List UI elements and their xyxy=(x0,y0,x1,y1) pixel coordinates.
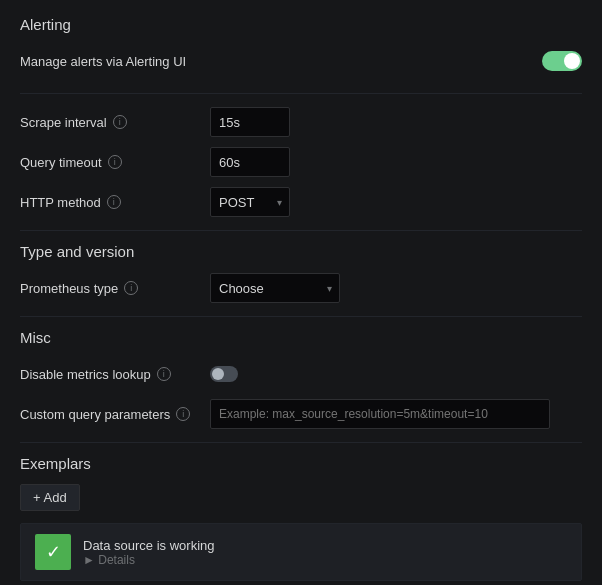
scrape-interval-input[interactable] xyxy=(210,107,290,137)
type-version-title: Type and version xyxy=(20,243,582,260)
status-message: Data source is working xyxy=(83,538,215,553)
status-success-icon: ✓ xyxy=(35,534,71,570)
query-timeout-info-icon[interactable]: i xyxy=(108,155,122,169)
manage-alerts-toggle[interactable] xyxy=(542,51,582,71)
custom-query-info-icon[interactable]: i xyxy=(176,407,190,421)
http-method-label: HTTP method i xyxy=(20,195,210,210)
type-version-section: Type and version Prometheus type i Choos… xyxy=(20,243,582,304)
status-bar: ✓ Data source is working ► Details xyxy=(20,523,582,581)
query-timeout-label: Query timeout i xyxy=(20,155,210,170)
prometheus-type-select[interactable]: Choose Prometheus Mimir Cortex Thanos xyxy=(210,273,340,303)
content-area: Alerting Manage alerts via Alerting UI S… xyxy=(0,0,602,585)
disable-metrics-label: Disable metrics lookup i xyxy=(20,367,210,382)
disable-metrics-info-icon[interactable]: i xyxy=(157,367,171,381)
prometheus-type-label: Prometheus type i xyxy=(20,281,210,296)
scrape-interval-info-icon[interactable]: i xyxy=(113,115,127,129)
query-timeout-input[interactable] xyxy=(210,147,290,177)
disable-metrics-toggle[interactable] xyxy=(210,366,238,382)
http-method-select[interactable]: GET POST xyxy=(210,187,290,217)
exemplars-section: Exemplars + Add xyxy=(20,455,582,511)
status-info: Data source is working ► Details xyxy=(83,538,215,567)
status-details-toggle[interactable]: ► Details xyxy=(83,553,215,567)
misc-section: Misc Disable metrics lookup i Custom que… xyxy=(20,329,582,430)
page-container: Alerting Manage alerts via Alerting UI S… xyxy=(0,0,602,585)
alerting-title: Alerting xyxy=(20,16,582,33)
disable-metrics-row: Disable metrics lookup i xyxy=(20,358,582,390)
custom-query-row: Custom query parameters i xyxy=(20,398,582,430)
connection-section: Scrape interval i Query timeout i HTTP m… xyxy=(20,106,582,218)
scrape-interval-label: Scrape interval i xyxy=(20,115,210,130)
custom-query-label: Custom query parameters i xyxy=(20,407,210,422)
prometheus-type-select-wrapper: Choose Prometheus Mimir Cortex Thanos ▾ xyxy=(210,273,340,303)
divider-4 xyxy=(20,442,582,443)
query-timeout-row: Query timeout i xyxy=(20,146,582,178)
http-method-row: HTTP method i GET POST ▾ xyxy=(20,186,582,218)
checkmark-icon: ✓ xyxy=(46,541,61,563)
http-method-select-wrapper: GET POST ▾ xyxy=(210,187,290,217)
scrape-interval-row: Scrape interval i xyxy=(20,106,582,138)
http-method-info-icon[interactable]: i xyxy=(107,195,121,209)
prometheus-type-info-icon[interactable]: i xyxy=(124,281,138,295)
divider-2 xyxy=(20,230,582,231)
divider-1 xyxy=(20,93,582,94)
misc-title: Misc xyxy=(20,329,582,346)
toggle-thumb xyxy=(564,53,580,69)
custom-query-input[interactable] xyxy=(210,399,550,429)
manage-alerts-row: Manage alerts via Alerting UI xyxy=(20,45,582,77)
add-exemplar-button[interactable]: + Add xyxy=(20,484,80,511)
prometheus-type-row: Prometheus type i Choose Prometheus Mimi… xyxy=(20,272,582,304)
small-toggle-thumb xyxy=(212,368,224,380)
alerting-section: Alerting Manage alerts via Alerting UI xyxy=(20,16,582,77)
manage-alerts-label: Manage alerts via Alerting UI xyxy=(20,54,210,69)
exemplars-title: Exemplars xyxy=(20,455,582,472)
divider-3 xyxy=(20,316,582,317)
